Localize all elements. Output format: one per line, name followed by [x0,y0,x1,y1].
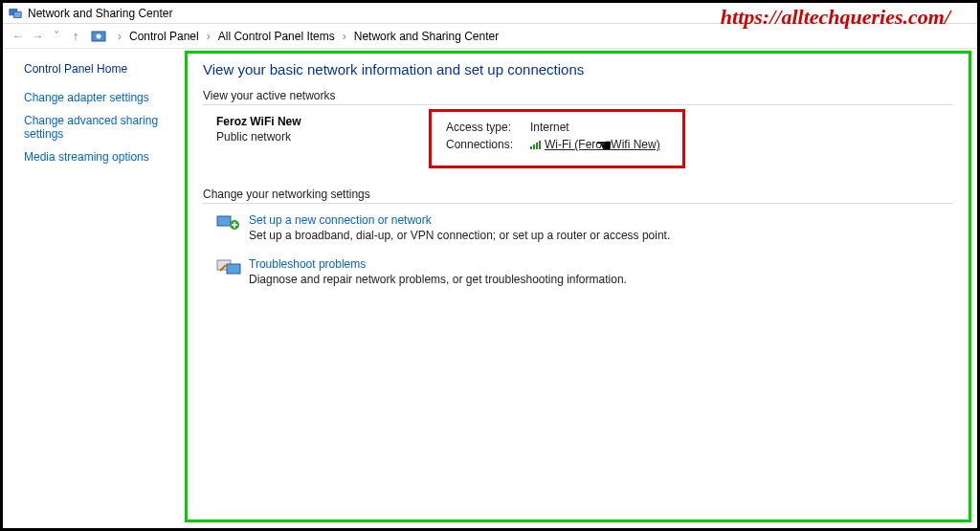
svg-rect-1 [13,11,21,17]
network-details: Access type: Internet Connections: Wi-Fi… [436,115,674,163]
active-network-row: Feroz WiFi New Public network Access typ… [216,115,953,163]
action-troubleshoot[interactable]: Troubleshoot problems Diagnose and repai… [216,257,953,286]
troubleshoot-icon [216,257,241,277]
history-dropdown[interactable]: ˅ [49,29,64,43]
action-desc: Diagnose and repair network problems, or… [249,273,627,286]
up-button[interactable]: ↑ [68,29,83,43]
breadcrumb-sep: › [337,30,352,43]
control-panel-home-link[interactable]: Control Panel Home [24,62,173,76]
watermark-url: https://alltechqueries.com/ [721,5,950,30]
network-category: Public network [216,130,436,144]
window-title: Network and Sharing Center [28,7,172,20]
action-desc: Set up a broadband, dial-up, or VPN conn… [249,229,670,242]
breadcrumb-sep: › [201,30,216,43]
wifi-signal-icon [530,140,541,149]
breadcrumb-item-0[interactable]: Control Panel [127,30,201,43]
divider [203,104,953,105]
breadcrumb-sep: › [112,30,127,43]
sidebar-link-adapter[interactable]: Change adapter settings [24,91,173,104]
divider [203,203,953,204]
action-title[interactable]: Set up a new connection or network [249,213,670,227]
forward-button[interactable]: → [30,29,45,43]
active-networks-label: View your active networks [203,89,953,102]
svg-rect-7 [227,264,240,274]
back-button[interactable]: ← [11,29,26,43]
connection-link[interactable]: Wi-Fi (Feroz Wifi New) [545,138,660,151]
sidebar: Control Panel Home Change adapter settin… [3,49,183,528]
access-type-label: Access type: [446,121,530,134]
control-panel-icon [91,29,106,44]
breadcrumb-item-2[interactable]: Network and Sharing Center [352,30,501,43]
action-title[interactable]: Troubleshoot problems [249,257,627,271]
action-new-connection[interactable]: Set up a new connection or network Set u… [216,213,953,242]
change-settings-label: Change your networking settings [203,188,953,201]
page-heading: View your basic network information and … [203,61,953,77]
breadcrumb-item-1[interactable]: All Control Panel Items [216,30,337,43]
network-name: Feroz WiFi New [216,115,436,128]
new-connection-icon [216,213,241,232]
svg-point-3 [97,33,101,38]
svg-rect-4 [217,216,231,226]
sidebar-link-media[interactable]: Media streaming options [24,150,173,164]
highlighted-content-area: View your basic network information and … [185,51,971,522]
sidebar-link-sharing[interactable]: Change advanced sharing settings [24,114,173,141]
title-bar: Network and Sharing Center https://allte… [3,3,977,24]
access-type-value: Internet [530,121,569,134]
connections-label: Connections: [446,138,530,151]
network-sharing-icon [9,7,22,20]
